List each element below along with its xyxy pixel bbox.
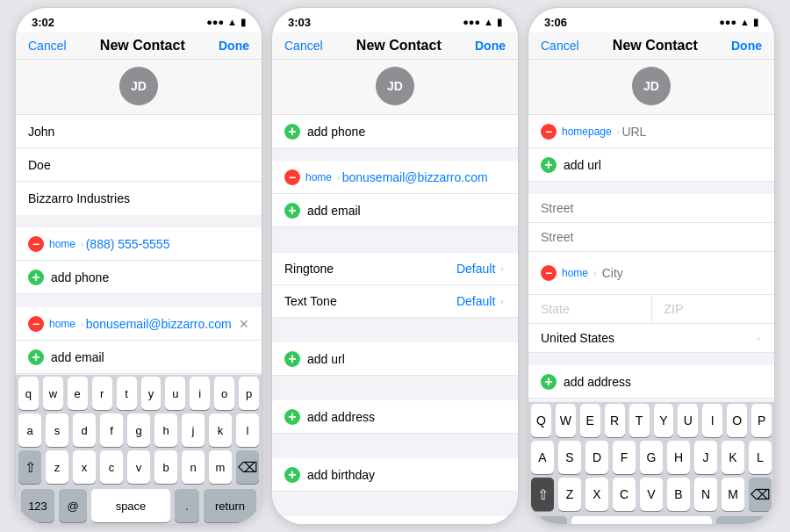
remove-email-btn[interactable]: − — [28, 316, 44, 332]
key-j[interactable]: j — [182, 413, 205, 447]
key-a[interactable]: a — [18, 413, 41, 447]
company-field[interactable] — [16, 182, 262, 215]
url-input[interactable] — [621, 125, 774, 139]
key-O[interactable]: O — [727, 404, 747, 437]
period-key[interactable]: . — [175, 489, 199, 522]
avatar-3[interactable]: JD — [632, 67, 671, 105]
key-p[interactable]: p — [239, 377, 259, 410]
key-K[interactable]: K — [722, 441, 744, 474]
cancel-button-2[interactable]: Cancel — [284, 39, 323, 53]
add-birthday-row[interactable]: + add birthday — [272, 458, 518, 492]
remove-address-btn[interactable]: − — [541, 265, 557, 281]
zip-placeholder[interactable]: ZIP — [652, 295, 775, 323]
remove-url-btn[interactable]: − — [541, 124, 557, 140]
num-key-3[interactable]: 123 — [534, 516, 567, 524]
city-input[interactable] — [599, 259, 768, 287]
key-W[interactable]: W — [556, 404, 576, 437]
add-url-btn-2[interactable]: + — [284, 351, 300, 367]
key-S[interactable]: S — [558, 441, 581, 474]
email-label[interactable]: home — [49, 318, 75, 330]
backspace-key-3[interactable]: ⌫ — [749, 478, 772, 511]
key-Z[interactable]: Z — [558, 478, 581, 511]
space-key-3[interactable]: space — [571, 516, 712, 524]
key-C[interactable]: C — [613, 478, 636, 511]
first-name-input[interactable] — [28, 125, 249, 139]
add-email-row-2[interactable]: + add email — [272, 194, 518, 227]
done-button-2[interactable]: Done — [475, 39, 506, 53]
phone-value[interactable]: (888) 555-5555 — [86, 237, 249, 251]
key-H[interactable]: H — [667, 441, 690, 474]
add-address-btn-2[interactable]: + — [284, 409, 300, 425]
key-r[interactable]: r — [92, 377, 112, 410]
return-key-3[interactable]: return — [716, 516, 769, 524]
key-b[interactable]: b — [154, 450, 177, 484]
last-name-field[interactable] — [16, 148, 262, 182]
key-s[interactable]: s — [46, 413, 68, 447]
key-V[interactable]: V — [640, 478, 663, 511]
key-y[interactable]: y — [141, 377, 162, 410]
shift-key[interactable]: ⇧ — [18, 450, 41, 484]
add-address-btn-3[interactable]: + — [541, 374, 557, 390]
add-birthday-btn[interactable]: + — [284, 467, 300, 483]
cancel-button-3[interactable]: Cancel — [541, 39, 579, 53]
key-N[interactable]: N — [694, 478, 717, 511]
key-c[interactable]: c — [100, 450, 123, 484]
done-button-1[interactable]: Done — [219, 39, 249, 53]
key-E[interactable]: E — [580, 404, 600, 437]
street2-input[interactable] — [541, 230, 762, 244]
country-row[interactable]: United States › — [528, 324, 774, 353]
key-o[interactable]: o — [214, 377, 234, 410]
last-name-input[interactable] — [28, 158, 249, 172]
street1-input[interactable] — [541, 201, 762, 215]
address-label-3[interactable]: home — [562, 267, 588, 279]
key-U[interactable]: U — [678, 404, 698, 437]
add-address-row-3[interactable]: + add address — [528, 365, 774, 399]
company-input[interactable] — [28, 191, 249, 205]
add-url-row-2[interactable]: + add url — [272, 342, 518, 376]
add-phone-btn[interactable]: + — [28, 270, 44, 285]
email-value-2[interactable]: bonusemail@bizzarro.com — [342, 170, 506, 184]
key-L[interactable]: L — [749, 441, 772, 474]
avatar-2[interactable]: JD — [376, 67, 414, 105]
key-f[interactable]: f — [100, 413, 123, 447]
first-name-field[interactable] — [16, 115, 262, 148]
key-w[interactable]: w — [43, 377, 63, 410]
add-url-row-3[interactable]: + add url — [528, 148, 774, 182]
phone-label[interactable]: home — [49, 238, 75, 250]
avatar-1[interactable]: JD — [119, 67, 158, 105]
remove-phone-btn[interactable]: − — [28, 236, 44, 252]
add-phone-row[interactable]: + add phone — [16, 261, 262, 294]
num-key-1[interactable]: 123 — [21, 489, 54, 522]
add-email-btn-2[interactable]: + — [284, 203, 300, 219]
key-Y[interactable]: Y — [654, 404, 674, 437]
add-email-btn[interactable]: + — [28, 349, 44, 365]
add-phone-row-2[interactable]: + add phone — [272, 115, 518, 148]
add-url-btn-3[interactable]: + — [541, 157, 557, 173]
key-Q[interactable]: Q — [531, 404, 551, 437]
key-k[interactable]: k — [209, 413, 232, 447]
texttone-row[interactable]: Text Tone Default › — [272, 285, 518, 318]
key-I[interactable]: I — [702, 404, 722, 437]
shift-key-3[interactable]: ⇧ — [531, 478, 554, 511]
add-date-row[interactable]: + add date — [272, 516, 518, 524]
key-l[interactable]: l — [236, 413, 259, 447]
key-n[interactable]: n — [182, 450, 205, 484]
key-i[interactable]: i — [190, 377, 210, 410]
key-e[interactable]: e — [68, 377, 88, 410]
state-placeholder[interactable]: State — [528, 295, 652, 323]
key-x[interactable]: x — [73, 450, 96, 484]
clear-email-btn[interactable]: ✕ — [239, 317, 249, 331]
key-A[interactable]: A — [531, 441, 554, 474]
key-q[interactable]: q — [18, 377, 39, 410]
key-G[interactable]: G — [640, 441, 663, 474]
remove-email-btn-2[interactable]: − — [284, 169, 300, 185]
key-B[interactable]: B — [667, 478, 690, 511]
key-z[interactable]: z — [46, 450, 68, 484]
key-T[interactable]: T — [629, 404, 650, 437]
key-X[interactable]: X — [585, 478, 608, 511]
key-P[interactable]: P — [751, 404, 772, 437]
key-M[interactable]: M — [722, 478, 744, 511]
key-J[interactable]: J — [694, 441, 717, 474]
ringtone-row[interactable]: Ringtone Default › — [272, 253, 518, 285]
done-button-3[interactable]: Done — [731, 39, 762, 53]
